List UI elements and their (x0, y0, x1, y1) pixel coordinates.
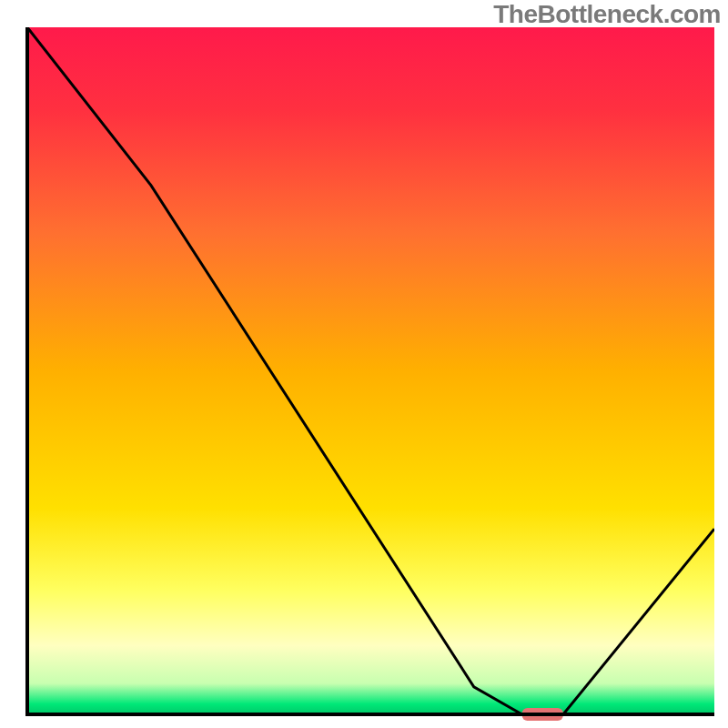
watermark-text: TheBottleneck.com (493, 0, 721, 29)
bottleneck-chart: TheBottleneck.com (0, 0, 728, 728)
plot-background-gradient (27, 27, 714, 714)
chart-svg (0, 0, 728, 728)
